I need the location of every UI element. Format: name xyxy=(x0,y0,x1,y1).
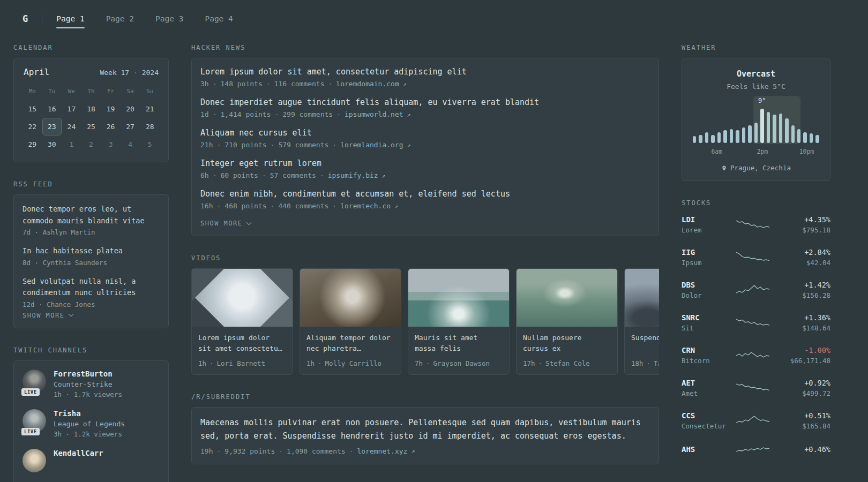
weather-hour-bar xyxy=(730,129,733,143)
hn-item-meta: 1d · 1,414 points · 299 comments · ipsum… xyxy=(200,110,650,118)
video-author[interactable]: Stefan Cole xyxy=(545,359,590,367)
video-thumbnail[interactable] xyxy=(192,269,293,327)
twitch-channel-game: Counter-Strike xyxy=(54,380,122,388)
hn-item-title[interactable]: Donec enim nibh, condimentum et accumsan… xyxy=(200,189,650,199)
nav-tab[interactable]: Page 2 xyxy=(106,11,134,26)
twitch-channel-name[interactable]: KendallCarr xyxy=(54,449,103,457)
reddit-post-domain-link[interactable]: loremnet.xyz xyxy=(357,447,407,455)
twitch-channel[interactable]: LIVE Trisha League of Legends 3h · 1.2k … xyxy=(23,409,160,438)
separator-dot: · xyxy=(262,171,266,179)
hn-item-domain-link[interactable]: ipsumify.biz xyxy=(328,171,378,179)
weather-hour-bar xyxy=(693,136,696,143)
hn-item-title[interactable]: Aliquam nec cursus elit xyxy=(200,128,650,138)
hn-item-domain-link[interactable]: ipsumworld.net xyxy=(345,110,403,118)
stock-row[interactable]: LDI Lorem +4.35% $795.18 xyxy=(682,215,830,234)
rss-item-title[interactable]: Donec tempor eros leo, ut commodo mauris… xyxy=(23,204,160,227)
stock-symbol[interactable]: CRN xyxy=(682,346,727,355)
widget-title-videos[interactable]: VIDEOS xyxy=(191,254,659,262)
widget-title-subreddit[interactable]: /R/SUBREDDIT xyxy=(191,393,659,401)
twitch-channel-name[interactable]: ForrestBurton xyxy=(54,370,122,378)
weather-hour-bar xyxy=(723,130,727,143)
rss-item-title[interactable]: In hac habitasse platea xyxy=(23,245,160,257)
video-title[interactable]: Aliquam tempor dolor nec pharetra… xyxy=(306,333,394,355)
video-title[interactable]: Suspendisse diam xyxy=(631,333,659,355)
video-author[interactable]: Tara xyxy=(654,359,659,367)
stock-row[interactable]: CCS Consectetur +0.51% $165.84 xyxy=(682,411,830,430)
hn-item-domain-link[interactable]: loremtech.co xyxy=(340,202,391,210)
stock-row[interactable]: AET Amet +0.92% $499.72 xyxy=(682,379,830,397)
hn-item-domain-link[interactable]: loremlandia.org xyxy=(340,141,403,149)
rss-item-title[interactable]: Sed volutpat nulla nisl, a condimentum n… xyxy=(23,276,160,299)
video-thumbnail[interactable] xyxy=(625,269,659,327)
calendar-month: April xyxy=(24,67,49,77)
hn-item: Donec enim nibh, condimentum et accumsan… xyxy=(200,189,650,210)
video-card[interactable]: Nullam posuere cursus ex 17h · Stefan Co… xyxy=(516,268,618,375)
stock-row[interactable]: IIG Ipsum +2.84% $42.04 xyxy=(682,248,830,267)
reddit-post-title[interactable]: Maecenas mollis pulvinar erat non posuer… xyxy=(200,416,650,443)
weather-hour-bar xyxy=(705,132,708,143)
stock-row[interactable]: AHS +0.46% xyxy=(682,444,830,457)
nav-tab[interactable]: Page 3 xyxy=(155,11,183,26)
calendar-widget: CALENDAR April Week 17 · 2024 Mo Tu xyxy=(13,44,169,162)
hn-item-comments[interactable]: 440 comments xyxy=(278,202,328,210)
twitch-channel-name[interactable]: Trisha xyxy=(54,409,125,418)
twitch-channel[interactable]: LIVE KendallCarr xyxy=(23,449,160,472)
calendar-day: 27 xyxy=(121,118,140,135)
calendar-week-year: Week 17 · 2024 xyxy=(100,69,159,77)
video-card[interactable]: Aliquam tempor dolor nec pharetra… 1h · … xyxy=(300,268,401,375)
show-more-button[interactable]: SHOW MORE xyxy=(200,220,650,227)
nav-tab[interactable]: Page 1 xyxy=(56,11,84,26)
video-card[interactable]: Lorem ipsum dolor sit amet consectetu… 1… xyxy=(191,268,293,375)
rss-list: Donec tempor eros leo, ut commodo mauris… xyxy=(23,204,160,308)
hn-item-comments[interactable]: 116 comments xyxy=(274,80,325,88)
stock-symbol[interactable]: AET xyxy=(682,379,727,387)
hn-item-title[interactable]: Integer eget rutrum lorem xyxy=(200,159,650,168)
widget-title-hackernews[interactable]: HACKER NEWS xyxy=(191,44,659,51)
subreddit-card: Maecenas mollis pulvinar erat non posuer… xyxy=(191,407,659,464)
stock-symbol[interactable]: CCS xyxy=(682,411,727,420)
video-author[interactable]: Lori Barnett xyxy=(217,359,265,367)
hn-item-title[interactable]: Donec imperdiet augue tincidunt felis al… xyxy=(200,97,650,107)
app-logo[interactable]: G xyxy=(23,13,28,24)
stock-row[interactable]: CRN Bitcorn -1.00% $66,171.48 xyxy=(682,346,830,365)
video-title[interactable]: Nullam posuere cursus ex xyxy=(523,333,611,355)
video-author[interactable]: Molly Carrillo xyxy=(325,359,381,367)
twitch-channel[interactable]: LIVE ForrestBurton Counter-Strike 1h · 1… xyxy=(23,370,160,398)
video-thumbnail[interactable] xyxy=(408,269,509,327)
video-title[interactable]: Lorem ipsum dolor sit amet consectetu… xyxy=(198,333,286,355)
separator-dot: · xyxy=(216,447,221,455)
hn-item-comments[interactable]: 299 comments xyxy=(282,110,333,118)
calendar-weekday: Tu xyxy=(42,86,62,100)
stock-symbol[interactable]: LDI xyxy=(682,215,727,224)
stock-symbol[interactable]: SNRC xyxy=(682,313,727,322)
stock-symbol[interactable]: AHS xyxy=(682,445,727,454)
stock-symbol[interactable]: IIG xyxy=(682,248,727,257)
calendar-day: 28 xyxy=(140,118,160,135)
reddit-post-meta: 19h · 9,932 points · 1,090 comments · lo… xyxy=(200,447,650,455)
separator-dot: · xyxy=(209,359,214,367)
video-thumbnail[interactable] xyxy=(300,269,401,327)
video-card[interactable]: Suspendisse diam 18h · Tara xyxy=(624,268,659,375)
nav-tab[interactable]: Page 4 xyxy=(205,11,233,26)
hn-item-domain-link[interactable]: loremdomain.com xyxy=(336,80,399,88)
video-author[interactable]: Grayson Dawson xyxy=(433,359,490,367)
stock-symbol[interactable]: DBS xyxy=(682,281,727,289)
hn-item-comments[interactable]: 579 comments xyxy=(278,141,328,149)
video-meta: 1h · Lori Barnett xyxy=(198,359,286,367)
stock-row[interactable]: DBS Dolor +1.42% $156.28 xyxy=(682,281,830,299)
twitch-card: LIVE ForrestBurton Counter-Strike 1h · 1… xyxy=(13,360,169,482)
hn-item-comments[interactable]: 57 comments xyxy=(270,171,316,179)
stock-change: +0.51% xyxy=(779,411,830,420)
external-link-icon: ↗ xyxy=(403,80,407,88)
video-body: Aliquam tempor dolor nec pharetra… 1h · … xyxy=(300,327,401,374)
video-thumbnail[interactable] xyxy=(517,269,617,327)
hn-item-title[interactable]: Lorem ipsum dolor sit amet, consectetur … xyxy=(200,67,650,77)
video-title[interactable]: Mauris sit amet massa felis xyxy=(415,333,503,355)
video-card[interactable]: Mauris sit amet massa felis 7h · Grayson… xyxy=(408,268,510,375)
show-more-button[interactable]: SHOW MORE xyxy=(23,312,160,319)
weather-feels-like: Feels like 5°C xyxy=(691,82,821,91)
reddit-post-comments[interactable]: 1,090 comments xyxy=(287,447,346,455)
stock-price: $795.18 xyxy=(779,226,830,234)
stock-row[interactable]: SNRC Sit +1.36% $148.64 xyxy=(682,313,830,332)
stock-change: +0.92% xyxy=(779,379,830,387)
